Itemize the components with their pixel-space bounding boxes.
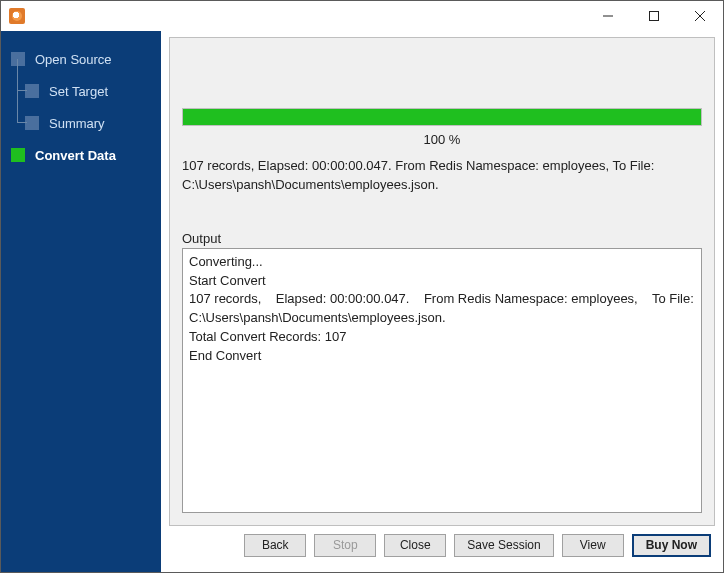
progress-bar [182,108,702,126]
step-icon [11,148,25,162]
minimize-icon [603,11,613,21]
conversion-summary: 107 records, Elapsed: 00:00:00.047. From… [182,157,702,195]
step-icon [25,116,39,130]
titlebar [1,1,723,31]
svg-rect-1 [650,12,659,21]
convert-panel: 100 % 107 records, Elapsed: 00:00:00.047… [169,37,715,526]
nav-label: Set Target [49,84,108,99]
output-log[interactable]: Converting... Start Convert 107 records,… [182,248,702,513]
close-icon [695,11,705,21]
view-button[interactable]: View [562,534,624,557]
progress-percent: 100 % [182,132,702,147]
minimize-button[interactable] [585,1,631,31]
maximize-button[interactable] [631,1,677,31]
content: 100 % 107 records, Elapsed: 00:00:00.047… [161,31,723,572]
step-icon [25,84,39,98]
close-window-button[interactable] [677,1,723,31]
stop-button[interactable]: Stop [314,534,376,557]
progress-fill [183,109,701,125]
app-icon [9,8,25,24]
maximize-icon [649,11,659,21]
back-button[interactable]: Back [244,534,306,557]
sidebar: Open Source Set Target Summary Convert D… [1,31,161,572]
close-button[interactable]: Close [384,534,446,557]
wizard-nav: Open Source Set Target Summary Convert D… [1,43,161,171]
save-session-button[interactable]: Save Session [454,534,553,557]
nav-item-summary[interactable]: Summary [1,107,161,139]
nav-label: Convert Data [35,148,116,163]
nav-item-convert-data[interactable]: Convert Data [1,139,161,171]
output-label: Output [182,231,702,246]
buy-now-button[interactable]: Buy Now [632,534,711,557]
button-row: Back Stop Close Save Session View Buy No… [169,526,715,564]
nav-label: Summary [49,116,105,131]
nav-label: Open Source [35,52,112,67]
body: Open Source Set Target Summary Convert D… [1,31,723,572]
app-window: Open Source Set Target Summary Convert D… [0,0,724,573]
